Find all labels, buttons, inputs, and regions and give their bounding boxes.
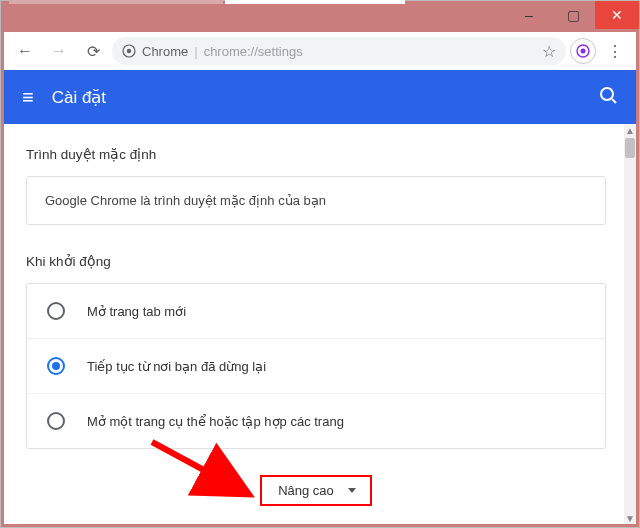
startup-option-specific[interactable]: Mở một trang cụ thể hoặc tập hợp các tra…	[27, 393, 605, 448]
address-path: chrome://settings	[204, 44, 303, 59]
startup-radio-group: Mở trang tab mới Tiếp tục từ nơi bạn đã …	[26, 283, 606, 449]
radio-label: Tiếp tục từ nơi bạn đã dừng lại	[87, 359, 266, 374]
advanced-button[interactable]: Nâng cao	[260, 475, 372, 506]
radio-icon	[47, 412, 65, 430]
browser-toolbar: ← → ⟳ Chrome | chrome://settings ☆ ⋮	[4, 32, 636, 70]
svg-line-5	[612, 99, 616, 103]
search-icon[interactable]	[598, 85, 618, 110]
address-domain: Chrome	[142, 44, 188, 59]
settings-content: Trình duyệt mặc định Google Chrome là tr…	[4, 124, 636, 524]
profile-button[interactable]	[570, 38, 596, 64]
section-title-startup: Khi khởi động	[26, 253, 606, 269]
default-browser-card: Google Chrome là trình duyệt mặc định củ…	[26, 176, 606, 225]
radio-label: Mở trang tab mới	[87, 304, 186, 319]
tab-settings[interactable]: ⚙ Cài đặt ×	[225, 0, 405, 4]
minimize-button[interactable]: –	[507, 1, 551, 29]
new-tab-button[interactable]: ＋	[411, 0, 437, 4]
default-browser-text: Google Chrome là trình duyệt mặc định củ…	[45, 193, 326, 208]
hamburger-icon[interactable]: ≡	[22, 86, 34, 109]
scrollbar-thumb[interactable]	[625, 138, 635, 158]
radio-icon	[47, 302, 65, 320]
chevron-down-icon	[348, 488, 356, 493]
advanced-label: Nâng cao	[278, 483, 334, 498]
page-title: Cài đặt	[52, 87, 598, 108]
reload-button[interactable]: ⟳	[78, 36, 108, 66]
window-titlebar: – ▢ ✕	[1, 1, 639, 29]
tab-quantrimang[interactable]: ◎ Quantrimang.com: Kiến Thức ×	[9, 0, 223, 4]
scrollbar-up-icon[interactable]: ▲	[624, 124, 636, 136]
menu-button[interactable]: ⋮	[600, 36, 630, 66]
content-scroll: Trình duyệt mặc định Google Chrome là tr…	[4, 124, 624, 524]
scrollbar-down-icon[interactable]: ▼	[624, 512, 636, 524]
browser-window: – ▢ ✕ ◎ Quantrimang.com: Kiến Thức × ⚙ C…	[0, 0, 640, 528]
startup-option-continue[interactable]: Tiếp tục từ nơi bạn đã dừng lại	[27, 338, 605, 393]
forward-button[interactable]: →	[44, 36, 74, 66]
svg-point-4	[601, 88, 613, 100]
back-button[interactable]: ←	[10, 36, 40, 66]
annotation-arrow-icon	[144, 434, 264, 504]
maximize-button[interactable]: ▢	[551, 1, 595, 29]
address-bar[interactable]: Chrome | chrome://settings ☆	[112, 37, 566, 65]
radio-label: Mở một trang cụ thể hoặc tập hợp các tra…	[87, 414, 344, 429]
startup-option-newtab[interactable]: Mở trang tab mới	[27, 284, 605, 338]
svg-line-6	[152, 442, 239, 489]
settings-header: ≡ Cài đặt	[4, 70, 636, 124]
bookmark-star-icon[interactable]: ☆	[542, 42, 556, 61]
svg-point-1	[127, 49, 131, 53]
section-title-default-browser: Trình duyệt mặc định	[26, 146, 606, 162]
scrollbar[interactable]: ▲ ▼	[624, 124, 636, 524]
radio-icon	[47, 357, 65, 375]
site-info-icon	[122, 44, 136, 58]
svg-point-3	[581, 49, 586, 54]
close-button[interactable]: ✕	[595, 1, 639, 29]
address-separator: |	[194, 44, 197, 59]
